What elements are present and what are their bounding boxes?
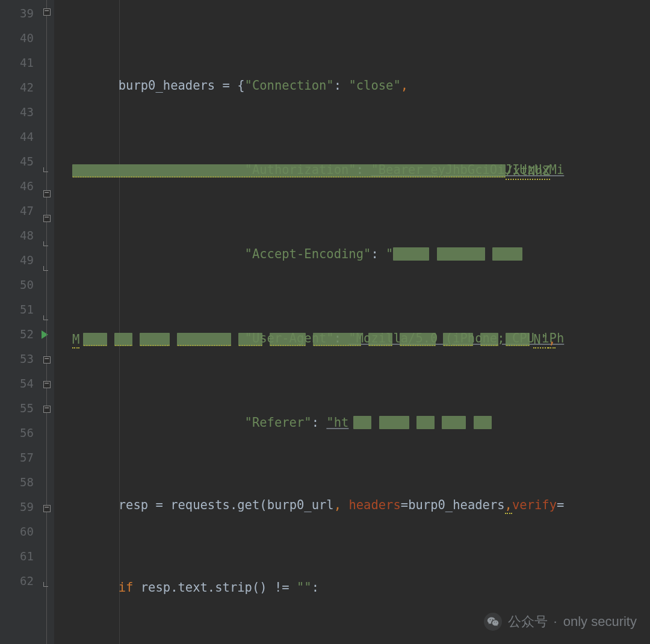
expression: resp.text.strip() != <box>141 580 297 595</box>
fold-toggle-icon[interactable] <box>43 356 51 364</box>
fold-end-icon <box>43 266 48 271</box>
comma: , <box>401 78 408 93</box>
code-line[interactable]: "Authorization": "Bearer eyJhbGciOiJIUzU… <box>54 156 650 184</box>
string: "Connection" <box>245 78 334 93</box>
keyword: if <box>119 580 141 595</box>
code-line[interactable]: resp = requests.get(burp0_url, headers=b… <box>54 493 650 518</box>
code-line[interactable]: if resp.text.strip() != "": <box>54 575 650 600</box>
separator: : <box>312 415 327 430</box>
wechat-icon <box>484 613 502 631</box>
string: /xtNhZ <box>506 164 550 180</box>
code-line[interactable]: "Referer": "ht <box>54 410 650 435</box>
line-number-gutter[interactable]: 39 40 41 42 43 44 45 46 47 48 49 50 51 5… <box>0 0 54 644</box>
string: "ht <box>326 415 348 430</box>
fold-toggle-icon[interactable] <box>43 406 51 413</box>
string: "" <box>297 580 312 595</box>
comma: , <box>334 498 349 512</box>
code-line[interactable]: burp0_headers = {"Connection": "close", <box>54 73 650 98</box>
wrapped-line: MN", <box>72 326 556 354</box>
comma: , <box>505 498 512 514</box>
watermark-name: only security <box>563 614 637 630</box>
colon: : <box>312 580 319 595</box>
argument: =burp0_headers <box>401 498 505 512</box>
operator: = <box>557 498 564 512</box>
watermark-label: 公众号 <box>508 613 548 631</box>
watermark-separator: · <box>554 614 557 630</box>
code-line[interactable]: "User-Agent": "Mozilla/5.0 (iPhone; CPU … <box>54 324 650 353</box>
separator: : <box>371 247 386 261</box>
variable: burp0_headers <box>119 78 215 93</box>
indent <box>59 580 119 595</box>
operator: = <box>148 498 170 512</box>
string: "Accept-Encoding" <box>245 247 371 261</box>
kwarg: verify <box>512 498 557 512</box>
argument: burp0_url <box>267 498 334 512</box>
fold-end-icon <box>43 241 48 246</box>
string: "close" <box>348 78 400 93</box>
indent <box>59 247 245 261</box>
indent <box>59 78 119 93</box>
fold-end-icon <box>43 167 48 172</box>
fold-toggle-icon[interactable] <box>43 505 51 512</box>
operator: = { <box>215 78 244 93</box>
fold-end-icon <box>43 582 48 587</box>
kwarg: headers <box>348 498 400 512</box>
fold-end-icon <box>43 315 48 320</box>
string: N" <box>533 332 548 348</box>
call: .get( <box>230 498 267 512</box>
fold-toggle-icon[interactable] <box>43 190 51 197</box>
fold-toggle-icon[interactable] <box>43 215 51 222</box>
watermark: 公众号 · only security <box>484 613 637 631</box>
indent <box>59 498 119 512</box>
code-area[interactable]: burp0_headers = {"Connection": "close", … <box>54 0 650 644</box>
fold-column <box>43 0 54 644</box>
comma: , <box>548 332 556 348</box>
fold-toggle-icon[interactable] <box>43 8 51 16</box>
module: requests <box>170 498 230 512</box>
string: "Referer" <box>245 415 312 430</box>
fold-toggle-icon[interactable] <box>43 381 51 388</box>
indent <box>59 415 245 430</box>
string: M <box>72 332 79 348</box>
code-line[interactable]: "Accept-Encoding": " <box>54 242 650 267</box>
code-editor[interactable]: 39 40 41 42 43 44 45 46 47 48 49 50 51 5… <box>0 0 650 644</box>
variable: resp <box>119 498 148 512</box>
wrapped-line: /xtNhZ <box>72 157 550 185</box>
